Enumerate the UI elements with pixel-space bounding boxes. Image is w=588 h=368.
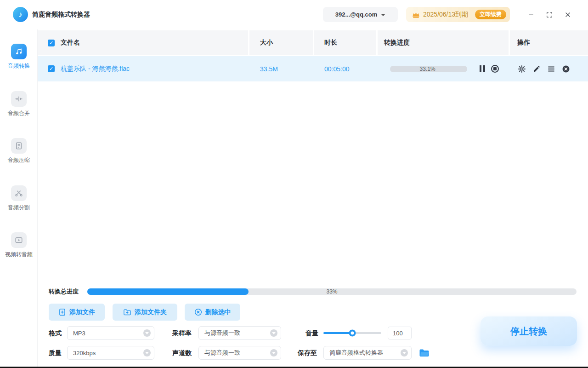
merge-icon — [11, 91, 27, 107]
sidebar-item-audio-merge[interactable]: 音频合并 — [0, 91, 38, 117]
add-folder-icon — [123, 308, 131, 316]
file-progress-bar: 33.1% — [390, 66, 467, 72]
sample-rate-select[interactable]: 与源音频一致 — [198, 326, 281, 340]
chevron-down-icon — [143, 349, 151, 356]
sidebar-item-audio-convert[interactable]: 音频转换 — [0, 44, 38, 70]
total-progress-label: 转换总进度 — [49, 288, 79, 296]
volume-label: 音量 — [305, 326, 318, 340]
app-title: 简鹿音频格式转换器 — [32, 0, 90, 29]
app-window: 简鹿音频格式转换器 392...@qq.com 2025/06/13到期 立即续… — [0, 0, 588, 368]
cell-filename: 杭盖乐队 - 海然海然.flac — [38, 56, 248, 81]
sidebar-item-audio-split[interactable]: 音频分割 — [0, 185, 38, 212]
channels-label: 声道数 — [172, 346, 192, 360]
scissors-icon — [11, 185, 27, 201]
select-all-checkbox[interactable] — [48, 40, 55, 46]
stop-conversion-button[interactable]: 停止转换 — [481, 316, 577, 346]
header-actions: 操作 — [510, 30, 588, 55]
volume-input[interactable] — [388, 327, 412, 339]
vip-banner: 2025/06/13到期 立即续费 — [406, 7, 510, 22]
format-select[interactable]: MP3 — [67, 326, 154, 340]
compress-file-icon — [11, 138, 27, 154]
sidebar-item-audio-compress[interactable]: 音频压缩 — [0, 138, 38, 164]
vip-expiry: 2025/06/13到期 — [423, 11, 468, 19]
total-progress-text: 33% — [87, 288, 577, 295]
sample-rate-label: 采样率 — [172, 326, 192, 340]
sidebar-item-label: 音频压缩 — [0, 156, 38, 164]
chevron-down-icon — [381, 14, 385, 16]
chevron-down-icon — [270, 349, 277, 356]
slider-thumb[interactable] — [349, 330, 356, 337]
main-panel: 文件名 大小 时长 转换进度 操作 杭盖乐队 - 海然海然.flac 33.5M… — [38, 29, 588, 367]
sidebar-item-label: 音频合并 — [0, 109, 38, 117]
sidebar-item-label: 视频转音频 — [0, 251, 38, 259]
table-header: 文件名 大小 时长 转换进度 操作 — [38, 30, 588, 55]
header-filename: 文件名 — [38, 30, 248, 55]
header-progress: 转换进度 — [378, 30, 509, 55]
edit-pencil-icon[interactable] — [532, 65, 541, 73]
renew-button[interactable]: 立即续费 — [475, 10, 506, 19]
cell-size: 33.5M — [249, 56, 313, 81]
sidebar-item-video-to-audio[interactable]: 视频转音频 — [0, 232, 38, 259]
volume-slider[interactable] — [323, 332, 381, 334]
chevron-down-icon — [270, 329, 277, 337]
topbar: 简鹿音频格式转换器 392...@qq.com 2025/06/13到期 立即续… — [0, 0, 588, 29]
pause-icon[interactable] — [480, 65, 485, 72]
add-file-icon — [58, 308, 66, 316]
menu-list-icon[interactable] — [547, 65, 555, 73]
add-folder-button[interactable]: 添加文件夹 — [113, 304, 177, 321]
add-file-button[interactable]: 添加文件 — [49, 304, 105, 321]
header-duration: 时长 — [314, 30, 376, 55]
video-icon — [11, 232, 27, 248]
table-row[interactable]: 杭盖乐队 - 海然海然.flac 33.5M 00:05:00 33.1% — [38, 56, 588, 81]
save-to-select[interactable]: 简鹿音频格式转换器 — [323, 346, 412, 360]
account-dropdown[interactable]: 392...@qq.com — [323, 7, 398, 22]
delete-row-icon[interactable] — [562, 65, 570, 73]
quality-label: 质量 — [49, 346, 62, 360]
channels-select[interactable]: 与源音频一致 — [198, 346, 281, 360]
row-checkbox[interactable] — [48, 65, 55, 72]
cell-progress: 33.1% — [378, 56, 509, 81]
header-size: 大小 — [249, 30, 313, 55]
close-button[interactable] — [562, 9, 574, 21]
cell-duration: 00:05:00 — [314, 56, 376, 81]
quality-select[interactable]: 320kbps — [67, 346, 154, 360]
sidebar-item-label: 音频转换 — [0, 62, 38, 70]
file-progress-label: 33.1% — [420, 66, 435, 72]
app-logo-icon — [13, 7, 28, 22]
crown-icon — [412, 11, 420, 18]
format-label: 格式 — [49, 326, 62, 340]
total-progress-bar: 33% — [87, 288, 577, 295]
chevron-down-icon — [401, 349, 408, 356]
filename-text: 杭盖乐队 - 海然海然.flac — [61, 65, 130, 73]
sidebar: 音频转换 音频合并 音频压缩 — [0, 29, 38, 367]
stop-icon[interactable] — [491, 65, 499, 73]
delete-circle-icon — [194, 308, 202, 316]
maximize-button[interactable] — [543, 9, 555, 21]
account-email: 392...@qq.com — [335, 11, 377, 18]
music-note-icon — [11, 44, 27, 59]
open-folder-icon[interactable] — [419, 347, 430, 358]
chevron-down-icon — [143, 329, 151, 337]
minimize-button[interactable] — [525, 9, 537, 21]
delete-selected-button[interactable]: 删除选中 — [185, 304, 240, 321]
cell-actions — [510, 56, 588, 81]
save-to-label: 保存至 — [298, 346, 317, 360]
gear-icon[interactable] — [518, 65, 526, 73]
sidebar-item-label: 音频分割 — [0, 204, 38, 212]
